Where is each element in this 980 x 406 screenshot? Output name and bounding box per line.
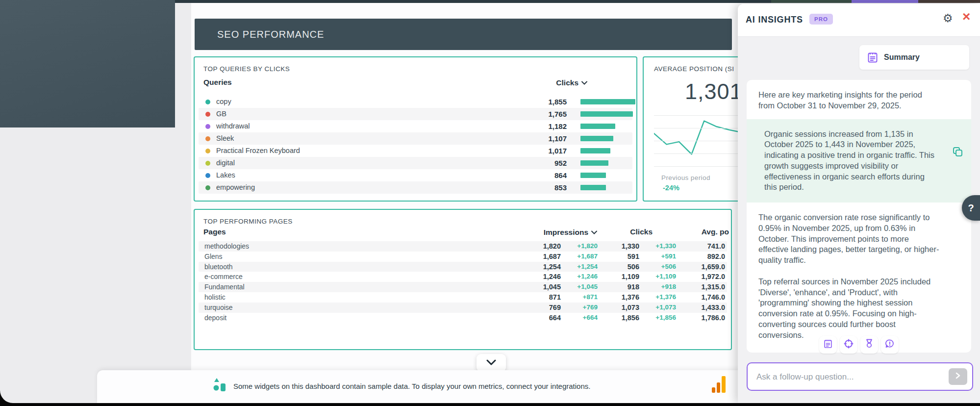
clicks-value: 591	[628, 252, 639, 262]
query-row: digital952	[199, 157, 632, 169]
chevron-down-icon	[486, 358, 496, 367]
query-clicks-value: 952	[554, 157, 567, 169]
ai-action-icon-row	[738, 336, 980, 354]
series-color-dot	[205, 173, 210, 178]
clicks-column-header[interactable]: Clicks	[630, 228, 653, 236]
query-row: withdrawal1,182	[199, 120, 632, 132]
insight-intro-text: Here are key marketing insights for the …	[747, 80, 960, 119]
ai-insights-title: AI INSIGHTS	[746, 15, 803, 25]
query-clicks-value: 1,765	[548, 108, 567, 120]
impressions-delta: +769	[583, 303, 598, 313]
query-row: Lakes864	[199, 169, 632, 181]
previous-period-label: Previous period	[661, 174, 710, 181]
impressions-value: 1,820	[543, 241, 561, 252]
impressions-value: 1,246	[543, 272, 561, 282]
top-pages-title: TOP PERFORMING PAGES	[203, 218, 293, 225]
impressions-delta: +1,246	[577, 272, 598, 282]
page-row: bluetooth1,254+1,254506+5061,659.0	[199, 262, 727, 272]
query-clicks-bar	[580, 99, 635, 104]
top-edge-strip	[852, 0, 918, 3]
clicks-sort-header[interactable]: Clicks	[556, 78, 587, 87]
avg-position-column-header[interactable]: Avg. po	[702, 228, 729, 236]
ai-summary-message: Here are key marketing insights for the …	[747, 80, 971, 353]
page-row: methodologies1,820+1,8201,330+1,330741.0	[199, 241, 727, 252]
query-label: Lakes	[216, 169, 235, 181]
clipboard-icon	[867, 51, 878, 63]
top-edge-strip	[175, 0, 771, 3]
series-color-dot	[205, 100, 210, 104]
pro-badge: PRO	[809, 14, 833, 25]
avg-position-value: 892.0	[707, 252, 725, 262]
page-label: turquoise	[204, 303, 233, 313]
query-label: digital	[216, 157, 235, 169]
benchmark-medal-button[interactable]	[860, 336, 878, 354]
query-clicks-bar	[580, 173, 606, 178]
insight-organic-sessions-text: Organic sessions increased from 1,135 in…	[764, 129, 935, 193]
collapse-section-button[interactable]	[477, 354, 506, 372]
target-icon	[844, 339, 854, 351]
query-clicks-value: 864	[554, 169, 567, 181]
follow-up-question-input[interactable]	[755, 363, 929, 390]
clicks-delta: +506	[661, 262, 676, 272]
chat-exclamation-icon	[885, 339, 895, 351]
series-color-dot	[205, 124, 210, 129]
page-row: e-commerce1,246+1,2461,109+1,1091,972.0	[199, 272, 727, 282]
page-row: Glens1,687+1,687591+591892.0	[199, 252, 727, 262]
feedback-chat-button[interactable]	[881, 336, 899, 354]
page-row: holistic871+8711,376+1,3761,746.0	[199, 292, 727, 303]
series-color-dot	[205, 185, 210, 190]
copy-icon[interactable]	[953, 147, 963, 159]
avg-position-value: 1,433.0	[702, 303, 725, 313]
query-label: Practical Frozen Keyboard	[216, 145, 300, 157]
send-button[interactable]	[949, 368, 967, 385]
chevron-down-icon	[591, 228, 597, 236]
question-mark-icon: ?	[968, 203, 974, 214]
series-color-dot	[205, 161, 210, 166]
page-row: deposit664+6641,856+1,8561,786.0	[199, 313, 727, 323]
goals-target-button[interactable]	[840, 336, 857, 354]
impressions-sort-header[interactable]: Impressions	[544, 228, 597, 237]
impressions-delta: +1,254	[577, 262, 598, 272]
query-clicks-value: 1,855	[548, 96, 567, 108]
impressions-value: 769	[549, 303, 561, 313]
impressions-value: 1,687	[543, 252, 561, 262]
clicks-delta: +591	[661, 252, 676, 262]
ai-insights-body: Summary Here are key marketing insights …	[738, 37, 980, 403]
chevron-down-icon	[581, 78, 587, 87]
clicks-value: 1,376	[622, 292, 639, 303]
query-label: Sleek	[216, 132, 234, 145]
series-color-dot	[205, 112, 210, 117]
query-row: copy1,855	[199, 96, 632, 108]
clicks-value: 1,109	[622, 272, 639, 282]
notes-report-button[interactable]	[819, 336, 837, 354]
google-analytics-icon	[712, 375, 727, 395]
query-row: Practical Frozen Keyboard1,017	[199, 145, 632, 157]
gear-icon[interactable]: ⚙	[943, 12, 953, 25]
clicks-delta: +1,109	[655, 272, 676, 282]
clicks-delta: +1,856	[655, 313, 676, 323]
top-edge-strip	[918, 0, 980, 3]
summary-tab[interactable]: Summary	[859, 45, 969, 70]
average-position-title: AVERAGE POSITION (SI	[654, 65, 734, 73]
seo-performance-title: SEO PERFORMANCE	[217, 29, 324, 40]
avg-position-value: 1,315.0	[702, 282, 725, 292]
close-icon[interactable]: ×	[962, 10, 970, 24]
top-queries-title: TOP QUERIES BY CLICKS	[203, 65, 290, 73]
impressions-value: 1,045	[543, 282, 561, 292]
top-queries-widget: TOP QUERIES BY CLICKS Queries Clicks cop…	[194, 56, 637, 202]
queries-row-list: copy1,855GB1,765withdrawal1,182Sleek1,10…	[199, 96, 632, 194]
clicks-value: 1,856	[622, 313, 639, 323]
page-label: Fundamental	[204, 282, 245, 292]
query-clicks-bar	[580, 160, 608, 166]
impressions-value: 664	[549, 313, 561, 323]
avg-position-value: 1,786.0	[702, 313, 725, 323]
query-label: withdrawal	[216, 120, 250, 132]
page-row: Fundamental1,045+1,045918+9181,315.0	[199, 282, 727, 292]
query-label: GB	[216, 108, 226, 120]
avg-position-value: 1,972.0	[702, 272, 725, 282]
query-clicks-value: 1,017	[548, 145, 567, 157]
clicks-delta: +1,376	[655, 292, 676, 303]
avg-position-value: 1,659.0	[702, 262, 725, 272]
query-clicks-bar	[580, 111, 633, 117]
page-label: holistic	[204, 292, 226, 303]
